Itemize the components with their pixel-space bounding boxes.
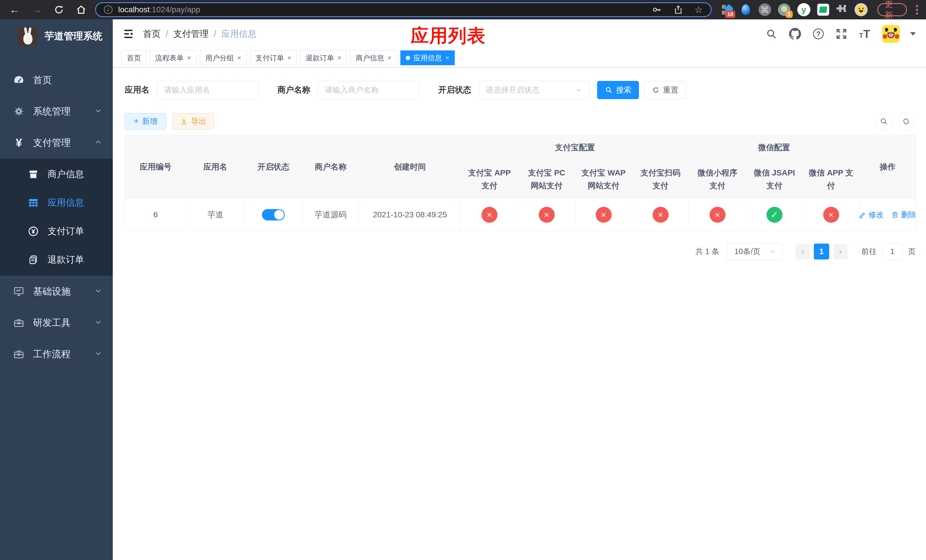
edit-link[interactable]: 修改 (859, 210, 884, 220)
tab-user-group[interactable]: 用户分组× (200, 50, 247, 65)
tab-close-icon[interactable]: × (387, 54, 392, 62)
github-icon[interactable] (789, 28, 801, 40)
bookmark-star-icon[interactable]: ☆ (694, 4, 703, 15)
main-area: 首页 / 支付管理 / 应用信息 应用列表 (113, 20, 926, 560)
prev-page-button[interactable]: ‹ (796, 244, 810, 259)
user-avatar[interactable] (882, 25, 900, 43)
reset-button[interactable]: 重置 (644, 81, 686, 99)
url-text: localhost:1024/pay/app (118, 5, 646, 14)
tab-refund-order[interactable]: 退款订单× (300, 50, 347, 65)
ext-translate-icon[interactable]: 10 (721, 3, 733, 16)
tab-flow-form[interactable]: 流程表单× (150, 50, 197, 65)
tab-close-icon[interactable]: × (445, 54, 449, 62)
sidebar-fold-icon[interactable] (123, 28, 135, 40)
col-wx-jsapi: 微信 JSAPI 支付 (746, 160, 803, 199)
merchant-name-input[interactable] (318, 81, 419, 99)
sidebar-item-pay-order[interactable]: 支付订单 (0, 217, 113, 245)
tab-close-icon[interactable]: × (187, 54, 191, 62)
refresh-icon (652, 86, 660, 94)
col-app-name: 应用名 (186, 135, 245, 199)
col-alipay-pc: 支付宝 PC 网站支付 (518, 160, 575, 199)
chevron-down-icon (94, 349, 103, 359)
tabbar: 首页 流程表单× 用户分组× 支付订单× 退款订单× 商户信息× 应用信息× (113, 48, 926, 68)
tab-home[interactable]: 首页 (121, 50, 146, 65)
app-title: 芋道管理系统 (44, 30, 103, 43)
trash-icon (891, 211, 899, 218)
breadcrumb-pay[interactable]: 支付管理 (173, 28, 209, 40)
col-alipay-qr: 支付宝扫码支付 (632, 160, 689, 199)
reload-icon[interactable] (53, 4, 65, 16)
export-button[interactable]: 导出 (172, 113, 214, 130)
url-bar[interactable]: localhost:1024/pay/app ☆ (95, 2, 711, 17)
tab-merchant-info[interactable]: 商户信息× (350, 50, 397, 65)
chevron-down-icon (94, 286, 103, 296)
show-search-button[interactable] (875, 113, 893, 130)
tab-close-icon[interactable]: × (287, 54, 291, 62)
ext-yuque-icon[interactable]: y (797, 3, 810, 16)
alipay-app-status-icon: × (481, 207, 498, 223)
topbar: 首页 / 支付管理 / 应用信息 应用列表 (113, 20, 926, 48)
browser-profile-avatar[interactable] (855, 3, 868, 16)
status-label: 开启状态 (438, 84, 471, 96)
refresh-table-button[interactable] (897, 113, 915, 130)
browser-chrome: ← → localhost:1024/pay/app ☆ 10 ⌘ 1 y (0, 0, 926, 20)
back-icon[interactable]: ← (9, 4, 21, 16)
magnifier-icon (605, 86, 613, 94)
fullscreen-icon[interactable] (836, 28, 847, 39)
sidebar-item-home[interactable]: 首页 (0, 64, 113, 96)
page-number-1[interactable]: 1 (814, 244, 829, 259)
wx-app-status-icon: × (823, 207, 839, 223)
tab-app-info[interactable]: 应用信息× (400, 50, 455, 65)
pencil-icon (859, 211, 866, 218)
browser-update-button[interactable]: 更新 (877, 3, 907, 16)
add-button[interactable]: 新增 (125, 113, 166, 130)
sidebar-item-app-info[interactable]: 应用信息 (0, 189, 113, 217)
sidebar-item-workflow[interactable]: 工作流程 (0, 338, 113, 370)
site-info-icon[interactable] (104, 5, 112, 14)
search-button[interactable]: 搜索 (597, 81, 639, 99)
cell-merchant: 芋道源码 (303, 199, 359, 231)
tab-close-icon[interactable]: × (337, 54, 341, 62)
home-icon[interactable] (75, 4, 87, 16)
sidebar-item-devtools[interactable]: 研发工具 (0, 307, 113, 338)
tab-pay-order[interactable]: 支付订单× (250, 50, 297, 65)
password-key-icon[interactable] (652, 5, 662, 15)
sidebar-item-pay[interactable]: ¥ 支付管理 (0, 127, 113, 158)
table-toolbar: 新增 导出 (125, 113, 915, 130)
ext-wecom-icon[interactable] (817, 3, 829, 16)
page-unit-label: 页 (908, 247, 916, 257)
next-page-button[interactable]: › (833, 244, 847, 259)
ext-command-icon[interactable]: ⌘ (758, 3, 771, 16)
alipay-pc-status-icon: × (539, 207, 555, 223)
share-icon[interactable] (673, 5, 683, 15)
forward-icon[interactable]: → (31, 4, 43, 16)
topbar-actions (766, 25, 916, 43)
ext-profile-icon[interactable]: 1 (778, 3, 790, 16)
app-name-input[interactable] (157, 81, 259, 99)
ext-gem-icon[interactable] (740, 3, 752, 16)
col-alipay-app: 支付宝 APP 支付 (461, 160, 518, 199)
font-size-icon[interactable] (859, 28, 870, 41)
goto-page-input[interactable] (882, 243, 902, 260)
page-content: 应用名 商户名称 开启状态 请选择开启状态 搜索 重置 新增 (113, 68, 926, 260)
browser-menu-icon[interactable] (914, 5, 920, 15)
tab-close-icon[interactable]: × (237, 54, 241, 62)
sidebar-item-infra[interactable]: 基础设施 (0, 276, 113, 307)
status-select[interactable]: 请选择开启状态 (479, 81, 590, 99)
page-size-select[interactable]: 10条/页 (727, 243, 782, 260)
wx-jsapi-status-icon: ✓ (767, 207, 782, 223)
app-logo-row[interactable]: 芋道管理系统 (0, 20, 113, 52)
sidebar-item-merchant-info[interactable]: 商户信息 (0, 160, 113, 189)
chevron-down-icon (575, 86, 583, 94)
extensions-puzzle-icon[interactable] (836, 3, 848, 16)
help-icon[interactable] (813, 29, 824, 39)
delete-link[interactable]: 删除 (891, 210, 916, 220)
pagination-total: 共 1 条 (695, 247, 719, 257)
breadcrumb-home[interactable]: 首页 (143, 28, 160, 40)
status-toggle[interactable] (262, 209, 285, 221)
sidebar-item-system[interactable]: 系统管理 (0, 96, 113, 127)
search-icon[interactable] (766, 28, 777, 39)
ext-badge: 1 (785, 11, 793, 18)
avatar-caret-icon[interactable] (910, 32, 916, 36)
sidebar-item-refund-order[interactable]: 退款订单 (0, 245, 113, 274)
